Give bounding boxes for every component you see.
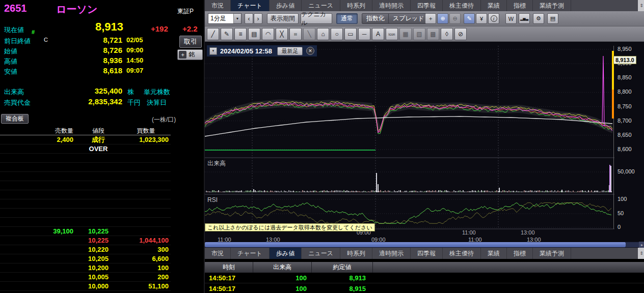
tab-shikiho[interactable]: 四季報: [411, 0, 443, 11]
board-row[interactable]: [0, 154, 171, 163]
close-icon[interactable]: ✕: [306, 47, 314, 55]
prev-close-label: 前日終値: [4, 37, 31, 46]
scrollbar-thumb[interactable]: [205, 242, 626, 247]
board-row[interactable]: 39,10010,225: [0, 227, 171, 236]
tab-time-series[interactable]: 時系列: [340, 0, 372, 11]
next-period-button[interactable]: ›: [254, 13, 262, 24]
composite-board-button[interactable]: 複合板: [1, 114, 29, 124]
group-tool-icon[interactable]: ▦: [399, 28, 412, 40]
bar-chart-icon[interactable]: ▂▅▃: [519, 13, 530, 24]
technical-button[interactable]: テクニカル: [301, 13, 332, 24]
volume-value: 325,400: [61, 86, 122, 95]
prev-period-button[interactable]: ‹: [245, 13, 253, 24]
board-row[interactable]: [0, 190, 171, 199]
tab-disclosure[interactable]: 適時開示: [372, 248, 411, 259]
mode-normal-button[interactable]: 通常: [336, 13, 358, 24]
tab-indicators[interactable]: 指標: [507, 0, 533, 11]
board-row[interactable]: 10,00051,100: [0, 282, 171, 291]
board-row[interactable]: [0, 181, 171, 190]
tab-tick-list[interactable]: 歩み値: [270, 0, 302, 11]
info-icon[interactable]: i: [488, 13, 499, 24]
multi-hline-tool-icon[interactable]: ▤: [248, 28, 260, 40]
trade-button[interactable]: 取引: [179, 36, 202, 48]
arc-tool-icon[interactable]: ◠: [262, 28, 274, 40]
zoom-in-icon[interactable]: ⊕: [437, 13, 448, 24]
chart-datetime: 2024/02/05 12:58: [220, 47, 272, 55]
chevron-down-icon[interactable]: ▼: [209, 47, 217, 55]
polygon-tool-icon[interactable]: ⌂: [317, 28, 329, 40]
vline-tool-icon[interactable]: ΙΙΙ: [289, 28, 302, 40]
board-row[interactable]: [0, 172, 171, 181]
diagonal-pen-tool-icon[interactable]: ╲: [303, 28, 315, 40]
tab-market[interactable]: 市況: [205, 248, 231, 259]
layer-tool-icon[interactable]: ▧: [413, 28, 425, 40]
tab-shikiho[interactable]: 四季報: [411, 248, 443, 259]
add-symbol-button[interactable]: ＋ 銘: [177, 49, 203, 60]
trendline-tool-icon[interactable]: ╱: [207, 28, 219, 40]
hline-tool-icon[interactable]: ≡: [234, 28, 247, 40]
board-price: [75, 209, 121, 218]
stock-name: ローソン: [56, 3, 97, 16]
chevron-down-icon: ▼: [233, 14, 241, 23]
board-buy: [121, 144, 171, 154]
board-buy: [121, 154, 171, 163]
display-period-button[interactable]: 表示期間: [267, 13, 299, 24]
tab-market[interactable]: 市況: [205, 0, 231, 11]
board-row[interactable]: [0, 218, 171, 227]
printer-icon[interactable]: ▤: [547, 13, 558, 24]
tab-overflow-icon[interactable]: ⇕: [638, 0, 644, 11]
board-row[interactable]: [0, 209, 171, 218]
tab-news[interactable]: ニュース: [302, 248, 340, 259]
tab-indicators[interactable]: 指標: [507, 248, 533, 259]
circle-tool-icon[interactable]: ○: [331, 28, 343, 40]
mode-spread-button[interactable]: スプレッド: [388, 13, 428, 24]
tab-shareholder-benefit[interactable]: 株主優待: [443, 0, 481, 11]
settings-wrench-icon[interactable]: ⚙: [533, 13, 544, 24]
tab-tick-list[interactable]: 歩み値: [270, 248, 302, 259]
board-row[interactable]: 2,400成行1,023,300: [0, 135, 171, 144]
rsi-axis-label: 100: [618, 196, 627, 202]
price-change-pct: +2.2: [182, 24, 198, 33]
draw-pencil-icon[interactable]: ✎: [464, 13, 475, 24]
board-row[interactable]: [0, 199, 171, 209]
pen-tool-icon[interactable]: ✎: [221, 28, 233, 40]
tab-results[interactable]: 業績: [481, 248, 507, 259]
add-icon[interactable]: ＋: [425, 13, 436, 24]
latest-candle-button[interactable]: 最新足: [277, 47, 303, 55]
tab-overflow-icon[interactable]: ⇕: [638, 248, 644, 259]
tab-disclosure[interactable]: 適時開示: [372, 0, 411, 11]
text-tool-icon[interactable]: A: [372, 28, 384, 40]
rsi-axis-label: 0: [618, 224, 621, 230]
eraser-tool-icon[interactable]: ◊: [441, 28, 453, 40]
cross-tool-icon[interactable]: ╳: [276, 28, 288, 40]
board-row[interactable]: 10,220300: [0, 245, 171, 254]
tab-forecast[interactable]: 業績予測: [533, 0, 571, 11]
board-row[interactable]: [0, 163, 171, 172]
zoom-out-icon[interactable]: ⊖: [449, 13, 461, 24]
icon-stamp-tool-icon[interactable]: icon: [386, 28, 398, 40]
mode-index-button[interactable]: 指数化: [362, 13, 389, 24]
tab-time-series[interactable]: 時系列: [340, 248, 372, 259]
chart-canvas[interactable]: [205, 42, 614, 242]
tab-results[interactable]: 業績: [481, 0, 507, 11]
segment-tool-icon[interactable]: ─: [358, 28, 370, 40]
board-row[interactable]: 10,200100: [0, 263, 171, 273]
lock-tool-icon[interactable]: ▩: [427, 28, 439, 40]
price-step-icon[interactable]: W: [505, 13, 517, 24]
tab-forecast[interactable]: 業績予測: [533, 248, 571, 259]
interval-select[interactable]: 1分足 ▼: [208, 13, 242, 24]
scrollbar-right-arrow-icon[interactable]: ▸: [639, 242, 644, 248]
rect-tool-icon[interactable]: ▭: [344, 28, 357, 40]
yen-icon[interactable]: ¥: [476, 13, 487, 24]
board-row[interactable]: 10,2251,044,100: [0, 236, 171, 245]
tab-chart[interactable]: チャート: [231, 248, 270, 259]
tab-shareholder-benefit[interactable]: 株主優待: [443, 248, 481, 259]
tab-chart[interactable]: チャート: [231, 0, 270, 11]
market-label: 東証P: [177, 7, 194, 16]
chart-scrollbar[interactable]: ▸: [205, 242, 644, 248]
board-row[interactable]: OVER: [0, 144, 171, 154]
clear-all-tool-icon[interactable]: ⊘: [454, 28, 467, 40]
board-row[interactable]: 10,005200: [0, 273, 171, 282]
board-row[interactable]: 10,2056,600: [0, 254, 171, 263]
board-sell: [0, 190, 75, 199]
